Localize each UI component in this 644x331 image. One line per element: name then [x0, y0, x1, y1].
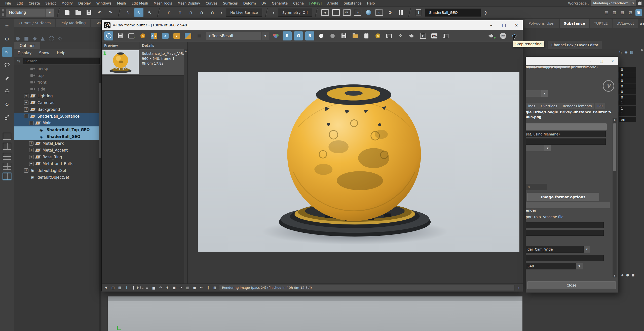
shelf-tab[interactable]: Polygons_User	[524, 19, 559, 28]
dialog-scrollbar[interactable]: ▲ ▼	[613, 118, 617, 277]
settings-tab[interactable]: Render Elements	[560, 103, 594, 109]
blue-channel-icon[interactable]: B	[305, 31, 314, 40]
vrscene-export-label[interactable]: port to a .vrscene file	[526, 215, 563, 219]
select-tool-icon[interactable]: ↖	[2, 47, 12, 57]
menu-item[interactable]: Surfaces	[220, 1, 240, 5]
menu-item[interactable]: Display	[75, 1, 94, 5]
arrow-left-icon[interactable]: ◀	[639, 22, 642, 26]
maximize-icon[interactable]: □	[596, 57, 607, 65]
vfb-status-icon[interactable]: HSL	[138, 285, 143, 290]
menu-item[interactable]: Create	[26, 1, 43, 5]
menu-item[interactable]: Arnold	[324, 1, 341, 5]
vfb-status-icon[interactable]: ◫	[110, 285, 116, 290]
chevron-down-icon[interactable]: ▼	[584, 246, 590, 253]
outliner-row[interactable]: + Cameras	[14, 99, 101, 106]
panel-toggle-icon[interactable]: ▣	[635, 9, 642, 16]
close-button[interactable]: Close	[527, 281, 616, 289]
outliner-row[interactable]: − Main	[14, 120, 101, 126]
stop-render-icon[interactable]: STOP	[499, 31, 508, 40]
chevron-down-icon[interactable]: ▼	[45, 9, 54, 17]
shelf-tab[interactable]: Poly Modeling	[56, 19, 90, 27]
alpha-channel-icon[interactable]	[317, 31, 326, 40]
vfb-status-icon[interactable]: ▦	[212, 285, 217, 290]
settings-tab[interactable]: Overrides	[538, 103, 560, 109]
gear-icon[interactable]: ⚙	[2, 34, 12, 44]
menu-item[interactable]: Mesh Display	[175, 1, 203, 5]
arrow-right-icon[interactable]: ▶	[643, 22, 644, 26]
chevron-down-icon[interactable]: ▼	[541, 90, 548, 97]
menu-item[interactable]: Edit Mesh	[129, 1, 151, 5]
redo-icon[interactable]: ↷	[106, 8, 115, 17]
tab-channel-box[interactable]: Channel Box / Layer Editor	[548, 41, 602, 49]
shelf-item-icon[interactable]: ■	[24, 35, 29, 41]
save-image-icon[interactable]	[116, 31, 125, 40]
menu-item[interactable]: Mesh Tools	[151, 1, 175, 5]
menu-item[interactable]: Curves	[203, 1, 220, 5]
outliner-row[interactable]: + Metal_Dark	[14, 140, 101, 147]
camera-dropdown[interactable]: der_Cam_Wide ▼	[526, 246, 590, 253]
region-render-icon[interactable]	[407, 31, 416, 40]
minimize-icon[interactable]: –	[485, 20, 498, 30]
vfb-canvas[interactable]	[188, 42, 523, 283]
symmetry-field[interactable]: Symmetry: Off	[278, 9, 312, 17]
outliner-row[interactable]: − ShaderBall_Substance	[14, 113, 101, 120]
ipr-render-icon[interactable]: IPR	[342, 8, 351, 17]
preset-dropdown[interactable]: ▼	[526, 90, 548, 97]
shelf-item-icon[interactable]: ◇	[58, 35, 62, 41]
color-channels-icon[interactable]	[271, 31, 280, 40]
open-window-icon[interactable]	[127, 31, 136, 40]
duplicate-image-icon[interactable]	[441, 31, 450, 40]
history-col-preview[interactable]: Preview	[102, 42, 139, 49]
minimize-icon[interactable]: –	[585, 57, 596, 65]
paint-select-tool-icon[interactable]	[2, 73, 12, 83]
render-view-icon[interactable]: ◉	[321, 8, 330, 17]
vfb-enable-icon[interactable]	[104, 31, 113, 40]
vfb-status-icon[interactable]: ▼	[104, 285, 109, 290]
expander-icon[interactable]: −	[29, 121, 33, 125]
maximize-icon[interactable]: □	[498, 20, 510, 30]
render-label[interactable]: ender	[526, 208, 536, 212]
compare-images-icon[interactable]	[385, 31, 394, 40]
proxy-resolution-icon[interactable]: 10%	[430, 31, 439, 40]
vfb-status-icon[interactable]: ▦	[117, 285, 122, 290]
menu-item[interactable]: Generate	[269, 1, 290, 5]
panel-toggle-icon[interactable]: ▤	[603, 9, 610, 16]
chevron-down-icon[interactable]: ▼	[576, 263, 583, 269]
channel-value-field[interactable]: 0	[619, 94, 636, 100]
shelf-tab[interactable]: TURTLE	[590, 19, 612, 28]
outliner-menu-item[interactable]: Help	[57, 51, 65, 55]
search-input[interactable]	[23, 58, 100, 64]
vfb-status-icon[interactable]: ↷	[158, 285, 163, 290]
chevron-down-icon[interactable]: ▼	[630, 1, 636, 6]
rename-icon[interactable]: I	[414, 8, 423, 17]
expander-icon[interactable]: +	[24, 94, 28, 98]
channel-value-field[interactable]: 0	[619, 78, 636, 83]
show-a-icon[interactable]: A	[161, 31, 170, 40]
outliner-row[interactable]: defaultObjectSet	[14, 174, 101, 181]
outliner-scrollbar[interactable]	[99, 65, 101, 331]
close-icon[interactable]: ×	[510, 20, 523, 30]
filter-icon[interactable]: ⇆	[16, 59, 22, 63]
workspace-dropdown[interactable]: Modeling - Standard* ▼	[591, 1, 636, 6]
shelf-item-icon[interactable]: ▲	[41, 35, 45, 41]
toolbar-separator[interactable]	[265, 8, 268, 17]
node-editor-icon[interactable]: ⚙	[386, 8, 395, 17]
menu-item[interactable]: Cache	[290, 1, 307, 5]
resolution-preset-dropdown[interactable]: 540 ▼	[526, 263, 583, 269]
output-size-field[interactable]	[526, 255, 604, 261]
viewport-strip[interactable]	[108, 296, 522, 331]
live-surface-field[interactable]: No Live Surface	[226, 9, 262, 17]
red-channel-icon[interactable]: R	[283, 31, 292, 40]
display-layer-icon[interactable]: ●	[626, 273, 629, 277]
new-scene-icon[interactable]	[63, 8, 72, 17]
expander-icon[interactable]: +	[29, 155, 33, 159]
outliner-menu-item[interactable]: Show	[39, 51, 49, 55]
layout-single-icon[interactable]	[3, 133, 11, 140]
vfb-status-icon[interactable]: ▥	[185, 285, 190, 290]
render-last-icon[interactable]	[487, 31, 496, 40]
expander-icon[interactable]: +	[24, 107, 28, 112]
green-channel-icon[interactable]: G	[294, 31, 303, 40]
render-frame-icon[interactable]	[331, 8, 340, 17]
settings-tab[interactable]: IPR	[595, 103, 605, 109]
toolbar-separator[interactable]	[118, 8, 121, 17]
